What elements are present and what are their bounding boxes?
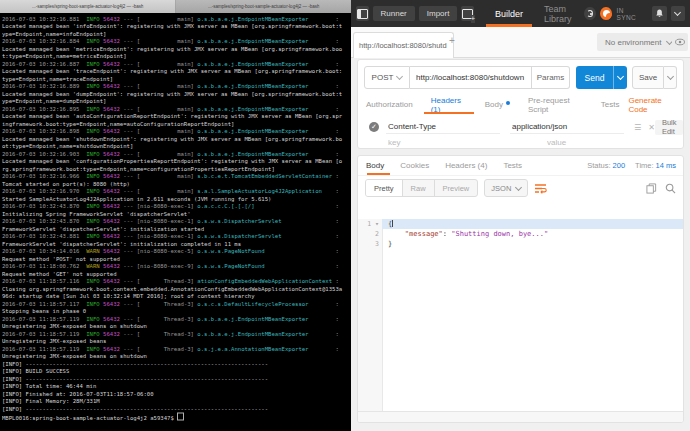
- terminal-line: 2016-07-03 10:32:16.887 INFO 56432 --- […: [2, 60, 351, 68]
- request-tab-tests[interactable]: Tests: [592, 95, 629, 114]
- view-mode-pretty[interactable]: Pretty: [366, 180, 403, 196]
- method-selector[interactable]: POST: [364, 66, 410, 89]
- terminal-line: 2016-07-03 10:32:43.870 INFO 56432 --- […: [2, 203, 351, 211]
- terminal-line: 2016-07-03 11:18:57.119 INFO 56432 --- […: [2, 315, 351, 323]
- generate-code-link[interactable]: Generate Code: [628, 95, 677, 114]
- method-label: POST: [372, 73, 394, 82]
- terminal-output: 2016-07-03 10:32:16.881 INFO 56432 --- […: [0, 13, 351, 420]
- response-tab-headers-4-[interactable]: Headers (4): [437, 156, 495, 175]
- send-options-button[interactable]: [613, 66, 627, 89]
- code-line: 3}: [358, 239, 683, 249]
- language-selector[interactable]: JSON: [484, 179, 528, 197]
- remove-header-icon[interactable]: ✕: [648, 123, 655, 132]
- response-panel: BodyCookiesHeaders (4)Tests Status:200 T…: [357, 155, 684, 423]
- line-number[interactable]: 1 ▾: [358, 219, 382, 229]
- chevron-down-icon: [674, 9, 681, 16]
- active-tab-underline: [424, 112, 474, 114]
- tab-team-library[interactable]: Team Library: [542, 0, 580, 27]
- chevron-down-icon: [396, 73, 403, 80]
- horizontal-scrollbar[interactable]: [358, 411, 683, 422]
- header-enabled-checkbox[interactable]: ✓: [369, 122, 379, 132]
- terminal-line: Located managed bean 'dumpEndpoint': reg…: [2, 90, 351, 98]
- terminal-line: 2016-07-03 11:18:57.119 INFO 56432 --- […: [2, 345, 351, 353]
- terminal-line: Unregistering JMX-exposed beans on shutd…: [2, 353, 351, 361]
- view-mode-preview[interactable]: Preview: [435, 180, 478, 196]
- terminal-line: Located managed bean 'infoEndpoint': reg…: [2, 23, 351, 31]
- terminal-body[interactable]: 2016-07-03 10:32:16.881 INFO 56432 --- […: [0, 13, 351, 431]
- terminal-line: FrameworkServlet 'dispatcherServlet': in…: [2, 240, 351, 248]
- terminal-tab-2[interactable]: ...-samples/spring-boot-sample-actuator-…: [176, 0, 351, 13]
- builder-panel: POST Params Send Save: [351, 57, 690, 431]
- terminal-line: Unregistering JMX-exposed beans: [2, 338, 351, 346]
- time-badge: Time:14 ms: [635, 161, 676, 170]
- terminal-line: 2016-07-03 10:32:16.898 INFO 56432 --- […: [2, 128, 351, 136]
- import-button[interactable]: Import: [419, 6, 458, 21]
- drag-handle-icon[interactable]: ☰: [634, 123, 641, 132]
- response-body-code[interactable]: 1 ▾{2 "message": "Shutting down, bye..."…: [358, 219, 683, 412]
- terminal-line: Located managed bean 'traceEndpoint': re…: [2, 68, 351, 76]
- line-number[interactable]: 3: [358, 239, 382, 249]
- terminal-tab-title: ...-samples/spring-boot-sample-actuator-…: [32, 4, 143, 9]
- new-request-tab-button[interactable]: +: [449, 36, 455, 46]
- new-window-button[interactable]: [461, 6, 474, 21]
- terminal-line: 2016-07-03 11:18:57.116 INFO 56432 --- […: [2, 278, 351, 286]
- terminal-line: 2016-07-03 10:34:14.016 WARN 56432 --- […: [2, 248, 351, 256]
- notifications-button[interactable]: [652, 6, 666, 21]
- request-tab-authorization[interactable]: Authorization: [364, 95, 422, 114]
- terminal-line: Started SampleActuatorLog4J2Application …: [2, 195, 351, 203]
- save-options-button[interactable]: [664, 66, 677, 89]
- terminal-line: rg.springframework.boot:type=Endpoint,na…: [2, 165, 351, 173]
- terminal-line: Located managed bean 'metricsEndpoint': …: [2, 45, 351, 53]
- code-line: 2 "message": "Shutting down, bye...": [358, 229, 683, 239]
- terminal-line: ot:type=Endpoint,name=shutdownEndpoint]: [2, 143, 351, 151]
- save-button[interactable]: Save: [632, 66, 664, 89]
- sidebar-toggle-icon: [357, 9, 368, 19]
- terminal-line: Tomcat started on port(s): 8080 (http): [2, 180, 351, 188]
- postman-logo-icon[interactable]: [600, 7, 612, 20]
- environment-selector[interactable]: No environment: [597, 33, 680, 51]
- copy-icon[interactable]: [646, 183, 657, 194]
- request-tab-bar: http://localhost:8080/shutd + No environ…: [351, 27, 690, 58]
- chevron-down-icon: [666, 73, 673, 80]
- request-tab-body[interactable]: Body: [476, 95, 519, 114]
- line-number[interactable]: 2: [358, 229, 382, 239]
- wrap-text-icon[interactable]: [534, 183, 547, 194]
- bulk-edit-button[interactable]: Bulk Edit: [655, 120, 684, 135]
- terminal-window: ...-samples/spring-boot-sample-actuator-…: [0, 0, 351, 431]
- header-value-input[interactable]: [510, 120, 624, 134]
- environment-preview-button[interactable]: [672, 33, 688, 51]
- response-tabs: BodyCookiesHeaders (4)Tests Status:200 T…: [358, 156, 683, 175]
- interceptor-icon[interactable]: [584, 7, 596, 20]
- new-header-key-input[interactable]: [386, 136, 535, 149]
- response-tab-body[interactable]: Body: [365, 156, 392, 175]
- terminal-line: [INFO] ---------------------------------…: [2, 360, 351, 368]
- terminal-line: ype=Endpoint,name=dumpEndpoint]: [2, 98, 351, 106]
- search-icon[interactable]: [665, 183, 676, 194]
- terminal-tab-1[interactable]: ...-samples/spring-boot-sample-actuator-…: [0, 0, 176, 13]
- new-header-value-input[interactable]: [545, 136, 659, 149]
- bell-icon: [655, 9, 664, 18]
- params-button[interactable]: Params: [532, 66, 570, 89]
- runner-button[interactable]: Runner: [373, 6, 415, 21]
- terminal-line: 2016-07-03 10:32:16.903 INFO 56432 --- […: [2, 150, 351, 158]
- status-value: 200: [613, 161, 626, 170]
- terminal-line: t:type=Endpoint,name=metricsEndpoint]: [2, 53, 351, 61]
- view-mode-raw[interactable]: Raw: [403, 180, 435, 196]
- send-button[interactable]: Send: [576, 66, 613, 89]
- terminal-line: 2016-07-03 10:32:43.881 INFO 56432 --- […: [2, 233, 351, 241]
- terminal-line: 2016-07-03 10:32:16.970 INFO 56432 --- […: [2, 188, 351, 196]
- response-tab-tests[interactable]: Tests: [495, 156, 530, 175]
- header-menu-button[interactable]: [671, 6, 685, 21]
- terminal-line: 2016-07-03 11:18:57.119 INFO 56432 --- […: [2, 330, 351, 338]
- response-tab-cookies[interactable]: Cookies: [392, 156, 437, 175]
- sidebar-toggle-button[interactable]: [356, 6, 369, 21]
- url-input[interactable]: [410, 66, 532, 89]
- tab-builder[interactable]: Builder: [493, 0, 525, 27]
- time-label: Time:: [635, 161, 653, 170]
- header-row: ✓ ☰ ✕ Bulk Edit Presets: [364, 119, 677, 135]
- request-tab-pre-request-script[interactable]: Pre-request Script: [519, 95, 592, 114]
- open-request-tab[interactable]: http://localhost:8080/shutd: [353, 32, 454, 58]
- request-tab-headers-1-[interactable]: Headers (1): [422, 95, 476, 114]
- eye-icon: [675, 38, 685, 46]
- header-key-input[interactable]: [386, 120, 500, 134]
